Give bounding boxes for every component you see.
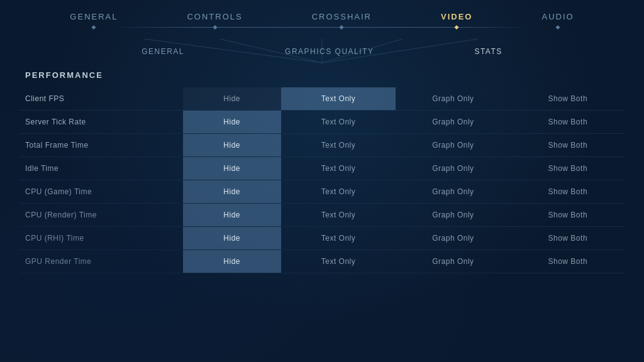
table-row: Client FPSHideText OnlyGraph OnlyShow Bo… <box>19 87 625 111</box>
option-show-both[interactable]: Show Both <box>511 180 625 204</box>
row-label: Server Tick Rate <box>19 111 183 134</box>
option-graph-only[interactable]: Graph Only <box>396 134 510 157</box>
nav-item-general[interactable]: GENERAL <box>35 0 152 33</box>
nav-dot-controls <box>213 25 217 30</box>
row-label: CPU (Game) Time <box>19 180 183 204</box>
option-show-both[interactable]: Show Both <box>511 250 625 273</box>
sub-nav-stats[interactable]: STATS <box>424 47 552 56</box>
stats-table: Client FPSHideText OnlyGraph OnlyShow Bo… <box>19 85 625 273</box>
nav-dot-general <box>92 25 96 30</box>
option-text-only[interactable]: Text Only <box>281 204 396 227</box>
option-text-only[interactable]: Text Only <box>281 227 396 250</box>
option-show-both[interactable]: Show Both <box>511 111 625 134</box>
sub-nav-general[interactable]: GENERAL <box>91 47 235 56</box>
sub-nav-graphics-quality[interactable]: GRAPHICS QUALITY <box>235 47 424 56</box>
table-row: Idle TimeHideText OnlyGraph OnlyShow Bot… <box>19 157 625 180</box>
table-row: Server Tick RateHideText OnlyGraph OnlyS… <box>19 111 625 134</box>
option-graph-only[interactable]: Graph Only <box>396 111 510 134</box>
option-text-only[interactable]: Text Only <box>281 157 396 180</box>
option-graph-only[interactable]: Graph Only <box>396 87 510 111</box>
nav-dot-crosshair <box>340 25 344 30</box>
nav-item-video[interactable]: VIDEO <box>406 0 507 33</box>
option-hide[interactable]: Hide <box>183 134 281 157</box>
option-show-both[interactable]: Show Both <box>511 87 625 111</box>
option-hide[interactable]: Hide <box>183 250 281 273</box>
option-text-only[interactable]: Text Only <box>281 250 396 273</box>
option-hide[interactable]: Hide <box>183 204 281 227</box>
option-show-both[interactable]: Show Both <box>511 134 625 157</box>
nav-item-audio[interactable]: AUDIO <box>507 0 608 33</box>
table-row: CPU (RHI) TimeHideText OnlyGraph OnlySho… <box>19 227 625 250</box>
nav-item-crosshair[interactable]: CROSSHAIR <box>277 0 406 33</box>
row-label: GPU Render Time <box>19 250 183 273</box>
nav-dot-audio <box>556 25 560 30</box>
nav-item-controls[interactable]: CONTROLS <box>152 0 277 33</box>
option-hide[interactable]: Hide <box>183 111 281 134</box>
sub-nav: GENERAL GRAPHICS QUALITY STATS <box>0 39 644 64</box>
option-text-only[interactable]: Text Only <box>281 134 396 157</box>
option-show-both[interactable]: Show Both <box>511 227 625 250</box>
table-row: GPU Render TimeHideText OnlyGraph OnlySh… <box>19 250 625 273</box>
option-graph-only[interactable]: Graph Only <box>396 204 510 227</box>
performance-section-title: PERFORMANCE <box>19 70 625 80</box>
main-content: PERFORMANCE Client FPSHideText OnlyGraph… <box>0 64 644 273</box>
top-nav: GENERAL CONTROLS CROSSHAIR VIDEO AUDIO <box>0 0 644 33</box>
row-label: CPU (Render) Time <box>19 204 183 227</box>
option-text-only[interactable]: Text Only <box>281 87 396 111</box>
option-text-only[interactable]: Text Only <box>281 111 396 134</box>
option-graph-only[interactable]: Graph Only <box>396 180 510 204</box>
table-row: CPU (Game) TimeHideText OnlyGraph OnlySh… <box>19 180 625 204</box>
row-label: Client FPS <box>19 87 183 111</box>
option-graph-only[interactable]: Graph Only <box>396 250 510 273</box>
option-text-only[interactable]: Text Only <box>281 180 396 204</box>
option-graph-only[interactable]: Graph Only <box>396 227 510 250</box>
option-hide[interactable]: Hide <box>183 157 281 180</box>
option-hide[interactable]: Hide <box>183 87 281 111</box>
option-graph-only[interactable]: Graph Only <box>396 157 510 180</box>
option-show-both[interactable]: Show Both <box>511 157 625 180</box>
table-row: CPU (Render) TimeHideText OnlyGraph Only… <box>19 204 625 227</box>
option-hide[interactable]: Hide <box>183 180 281 204</box>
row-label: Total Frame Time <box>19 134 183 157</box>
row-label: Idle Time <box>19 157 183 180</box>
row-label: CPU (RHI) Time <box>19 227 183 250</box>
option-show-both[interactable]: Show Both <box>511 204 625 227</box>
table-row: Total Frame TimeHideText OnlyGraph OnlyS… <box>19 134 625 157</box>
nav-dot-video <box>455 25 459 30</box>
option-hide[interactable]: Hide <box>183 227 281 250</box>
